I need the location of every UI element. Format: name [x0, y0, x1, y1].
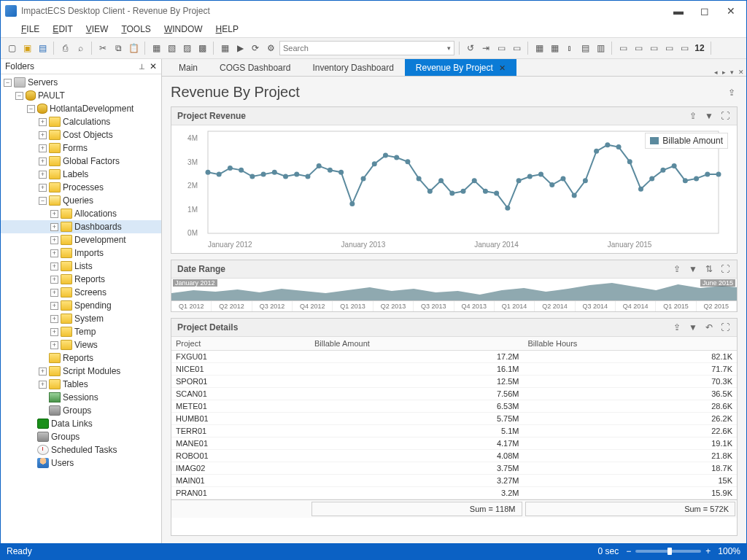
- tree-node-views[interactable]: +Views: [1, 338, 161, 351]
- tree-node-tables[interactable]: +Tables: [1, 378, 161, 391]
- table-row[interactable]: IMAG023.75M18.7K: [171, 462, 737, 475]
- search-dropdown[interactable]: ▾: [444, 44, 454, 52]
- table-row[interactable]: ROBO014.08M21.8K: [171, 450, 737, 462]
- tb-b[interactable]: ▧: [165, 42, 178, 55]
- zoom-out-icon[interactable]: −: [626, 546, 631, 556]
- table-row[interactable]: NICE0116.1M71.7K: [171, 363, 737, 376]
- grid-body[interactable]: FXGU0117.2M82.1KNICE0116.1M71.7KSPOR0112…: [171, 351, 737, 499]
- menu-edit[interactable]: EDIT: [53, 24, 72, 34]
- tb-q[interactable]: ▭: [662, 42, 676, 55]
- tree-node-servers[interactable]: −Servers: [1, 76, 161, 89]
- tree-node-forms[interactable]: +Forms: [1, 141, 161, 155]
- table-row[interactable]: HUMB015.75M26.2K: [171, 413, 737, 425]
- tree-node-sessions[interactable]: Sessions: [1, 391, 161, 404]
- panel-export-icon[interactable]: ⇪: [687, 110, 699, 122]
- table-row[interactable]: PRAN013.2M15.9K: [171, 487, 737, 499]
- open-icon[interactable]: ▣: [20, 42, 34, 55]
- details-expand-icon[interactable]: ⛶: [719, 322, 731, 333]
- range-sort-icon[interactable]: ⇅: [703, 263, 715, 275]
- tb-s[interactable]: 12: [693, 42, 706, 55]
- search-box[interactable]: ▾: [279, 41, 454, 55]
- cut-icon[interactable]: ✂: [96, 42, 109, 55]
- tree-node-hotlantadevelopment[interactable]: −HotlantaDevelopment: [1, 102, 161, 115]
- col-hours[interactable]: Billable Hours: [524, 337, 738, 350]
- range-filter-icon[interactable]: ▼: [687, 263, 699, 275]
- refresh-icon[interactable]: ⟳: [249, 42, 262, 55]
- menu-help[interactable]: HELP: [216, 24, 239, 34]
- save-icon[interactable]: ▤: [36, 42, 49, 55]
- tb-e[interactable]: ↺: [464, 42, 477, 55]
- tree-node-labels[interactable]: +Labels: [1, 168, 161, 181]
- table-row[interactable]: FXGU0117.2M82.1K: [171, 351, 737, 363]
- tb-k[interactable]: ⫾: [563, 42, 576, 55]
- details-filter-icon[interactable]: ▼: [687, 322, 699, 333]
- tb-m[interactable]: ▥: [594, 42, 607, 55]
- tab-next[interactable]: ▸: [720, 69, 728, 76]
- paste-icon[interactable]: 📋: [127, 42, 140, 55]
- gear-icon[interactable]: ⚙: [264, 42, 277, 55]
- tree-node-spending[interactable]: +Spending: [1, 299, 161, 312]
- tb-f[interactable]: ⇥: [479, 42, 492, 55]
- tree-node-script-modules[interactable]: +Script Modules: [1, 365, 161, 378]
- tb-d[interactable]: ▩: [196, 42, 209, 55]
- new-icon[interactable]: ▢: [5, 42, 18, 55]
- details-export-icon[interactable]: ⇪: [671, 322, 683, 333]
- tree-node-global-factors[interactable]: +Global Factors: [1, 155, 161, 168]
- minimize-button[interactable]: ▬: [667, 4, 689, 18]
- tree-node-cost-objects[interactable]: +Cost Objects: [1, 128, 161, 141]
- tb-i[interactable]: ▦: [533, 42, 546, 55]
- tree-node-queries[interactable]: −Queries: [1, 194, 161, 207]
- table-row[interactable]: TERR015.1M22.6K: [171, 425, 737, 438]
- table-row[interactable]: SPOR0112.5M70.3K: [171, 376, 737, 388]
- tree-node-temp[interactable]: +Temp: [1, 325, 161, 338]
- tab-cogs-dashboard[interactable]: COGS Dashboard: [209, 59, 301, 76]
- menu-window[interactable]: WINDOW: [164, 24, 203, 34]
- col-amount[interactable]: Billable Amount: [310, 337, 524, 350]
- tree-node-users[interactable]: Users: [1, 456, 161, 470]
- tree-node-dashboards[interactable]: +Dashboards: [1, 220, 161, 233]
- tree-node-screens[interactable]: +Screens: [1, 286, 161, 299]
- tb-a[interactable]: ▦: [150, 42, 163, 55]
- export-icon[interactable]: ⇪: [726, 87, 738, 98]
- tree-node-processes[interactable]: +Processes: [1, 181, 161, 194]
- tb-p[interactable]: ▭: [647, 42, 660, 55]
- menu-file[interactable]: FILE: [21, 24, 39, 34]
- tab-inventory-dashboard[interactable]: Inventory Dashboard: [301, 59, 404, 76]
- copy-icon[interactable]: ⧉: [112, 42, 125, 55]
- tab-menu[interactable]: ▾: [728, 69, 736, 76]
- zoom-control[interactable]: − +: [626, 546, 711, 556]
- tab-close[interactable]: ✕: [736, 69, 746, 76]
- close-button[interactable]: ✕: [720, 4, 742, 18]
- table-row[interactable]: MANE014.17M19.1K: [171, 438, 737, 450]
- tree-node-data-links[interactable]: Data Links: [1, 417, 161, 430]
- zoom-slider[interactable]: [635, 550, 701, 553]
- maximize-button[interactable]: ◻: [694, 4, 716, 18]
- play-icon[interactable]: ▶: [233, 42, 247, 55]
- search-input[interactable]: [280, 44, 444, 52]
- tree-node-reports[interactable]: +Reports: [1, 273, 161, 286]
- tab-revenue-by-project[interactable]: Revenue By Project✕: [405, 59, 516, 76]
- tree-node-imports[interactable]: +Imports: [1, 246, 161, 260]
- tree-node-calculations[interactable]: +Calculations: [1, 115, 161, 128]
- tb-l[interactable]: ▤: [578, 42, 592, 55]
- tree-node-pault[interactable]: −PAULT: [1, 89, 161, 102]
- tb-o[interactable]: ▭: [632, 42, 645, 55]
- tb-c[interactable]: ▨: [180, 42, 193, 55]
- tb-j[interactable]: ▦: [548, 42, 561, 55]
- tb-g[interactable]: ▭: [495, 42, 508, 55]
- tree-node-scheduled-tasks[interactable]: Scheduled Tasks: [1, 443, 161, 456]
- range-export-icon[interactable]: ⇪: [671, 263, 683, 275]
- tree-node-groups[interactable]: Groups: [1, 430, 161, 443]
- col-project[interactable]: Project: [171, 337, 310, 350]
- tb-n[interactable]: ▭: [616, 42, 630, 55]
- tree-node-development[interactable]: +Development: [1, 233, 161, 246]
- folders-close-icon[interactable]: ✕: [150, 61, 157, 71]
- range-strip[interactable]: January 2012 June 2015: [171, 279, 737, 300]
- print-icon[interactable]: ⎙: [58, 42, 71, 55]
- menu-view[interactable]: VIEW: [86, 24, 109, 34]
- panel-filter-icon[interactable]: ▼: [703, 110, 715, 122]
- tree-node-lists[interactable]: +Lists: [1, 260, 161, 273]
- tab-close-icon[interactable]: ✕: [499, 63, 506, 73]
- folder-tree[interactable]: −Servers−PAULT−HotlantaDevelopment+Calcu…: [1, 74, 161, 543]
- pin-icon[interactable]: ⊣: [138, 63, 146, 70]
